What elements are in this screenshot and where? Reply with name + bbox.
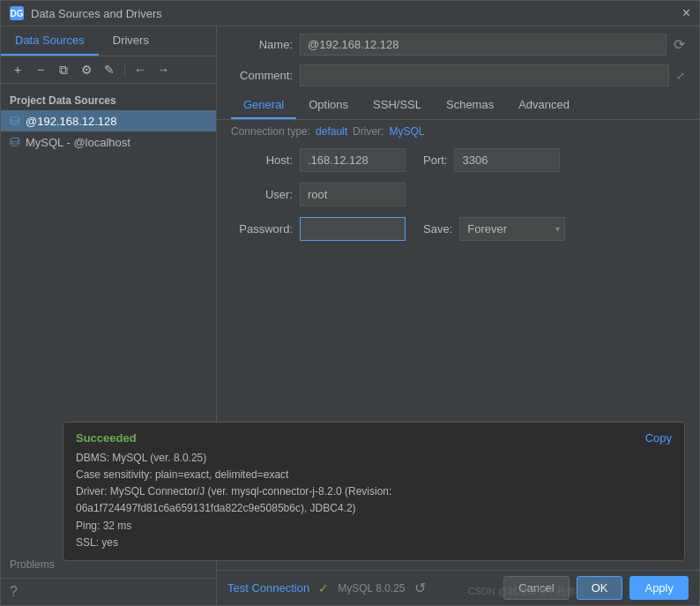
title-bar-left: DG Data Sources and Drivers <box>10 6 162 20</box>
user-label: User: <box>231 188 293 201</box>
tab-data-sources[interactable]: Data Sources <box>1 26 99 56</box>
tree-item-0[interactable]: ⛁ @192.168.12.128 <box>1 110 216 131</box>
tree-item-1[interactable]: ⛁ MySQL - @localhost <box>1 131 216 153</box>
tab-general[interactable]: General <box>231 92 296 119</box>
host-label: Host: <box>231 153 293 167</box>
tab-drivers[interactable]: Drivers <box>99 26 163 56</box>
success-title: Succeeded <box>76 431 137 445</box>
success-line-3: 06a1f724497fd81c6a659131fda822c9e5085b6c… <box>76 500 672 517</box>
right-panel: Name: ⟳ Comment: ⤢ General Options SSH/ <box>217 26 699 605</box>
watermark: CSDN @我准却弹不死你 <box>468 585 576 598</box>
toolbar: + − ⧉ ⚙ ✎ ← → <box>1 56 216 84</box>
tab-ssh-ssl[interactable]: SSH/SSL <box>361 92 434 119</box>
success-header: Succeeded Copy <box>76 431 672 445</box>
success-line-2: Driver: MySQL Connector/J (ver. mysql-co… <box>76 483 672 500</box>
user-input[interactable] <box>300 183 406 206</box>
password-label: Password: <box>231 222 293 236</box>
help-icon[interactable]: ? <box>10 584 18 599</box>
left-bottom: ? <box>1 578 216 605</box>
copy-button[interactable]: Copy <box>645 431 672 445</box>
test-connection-button[interactable]: Test Connection <box>227 581 309 595</box>
section-header: Project Data Sources <box>1 91 216 110</box>
add-button[interactable]: + <box>8 60 27 79</box>
port-input[interactable] <box>454 148 560 172</box>
password-row: Password: Save: Never Until restart Fore… <box>217 212 699 246</box>
database-icon-1: ⛁ <box>10 135 20 149</box>
right-tabs: General Options SSH/SSL Schemas Advanced <box>217 92 699 120</box>
success-body: DBMS: MySQL (ver. 8.0.25) Case sensitivi… <box>76 450 672 551</box>
name-row: Name: ⟳ <box>217 26 699 63</box>
bottom-bar-left: Test Connection ✓ MySQL 8.0.25 ↺ <box>227 580 426 596</box>
success-line-4: Ping: 32 ms <box>76 518 672 535</box>
name-input[interactable] <box>300 34 666 56</box>
expand-icon[interactable]: ⤢ <box>676 70 685 82</box>
host-port-row: Host: Port: <box>217 143 699 177</box>
dialog-title: Data Sources and Drivers <box>31 7 162 20</box>
main-content: Data Sources Drivers + − ⧉ ⚙ <box>1 26 699 605</box>
comment-input[interactable] <box>300 64 669 86</box>
save-label: Save: <box>423 222 452 236</box>
toolbar-separator <box>124 63 125 77</box>
sync-icon: ⟳ <box>674 36 685 53</box>
check-icon: ✓ <box>318 581 329 595</box>
save-select[interactable]: Never Until restart Forever <box>459 217 565 241</box>
forward-button[interactable]: → <box>153 60 173 79</box>
success-line-1: Case sensitivity: plain=exact, delimited… <box>76 467 672 483</box>
success-line-5: SSL: yes <box>76 535 672 551</box>
title-bar: DG Data Sources and Drivers × <box>1 1 699 26</box>
driver-label: Driver: <box>353 125 384 138</box>
driver-value[interactable]: MySQL <box>389 125 424 138</box>
remove-button[interactable]: − <box>31 60 50 79</box>
database-icon: ⛁ <box>10 114 20 128</box>
back-button[interactable]: ← <box>130 60 150 79</box>
success-popup: Succeeded Copy DBMS: MySQL (ver. 8.0.25)… <box>63 422 685 561</box>
comment-row: Comment: ⤢ <box>217 63 699 92</box>
password-input[interactable] <box>300 217 406 241</box>
tab-options[interactable]: Options <box>296 92 361 119</box>
edit-button[interactable]: ✎ <box>100 60 119 79</box>
host-input[interactable] <box>300 148 406 172</box>
tab-schemas[interactable]: Schemas <box>434 92 506 119</box>
ok-button[interactable]: OK <box>577 576 623 600</box>
tab-advanced[interactable]: Advanced <box>506 92 582 119</box>
mysql-version: MySQL 8.0.25 <box>338 582 405 595</box>
port-label: Port: <box>423 153 447 167</box>
copy-button[interactable]: ⧉ <box>54 60 73 79</box>
refresh-icon[interactable]: ↺ <box>414 580 426 596</box>
conn-type-value[interactable]: default <box>316 125 347 138</box>
tree-item-label-0: @192.168.12.128 <box>26 115 117 128</box>
tree-item-label-1: MySQL - @localhost <box>26 136 130 149</box>
save-select-wrapper: Never Until restart Forever ▾ <box>459 217 565 241</box>
left-tabs: Data Sources Drivers <box>1 26 216 56</box>
user-row: User: <box>217 177 699 212</box>
success-line-0: DBMS: MySQL (ver. 8.0.25) <box>76 450 672 467</box>
conn-type-label: Connection type: <box>231 125 310 138</box>
bottom-bar: Test Connection ✓ MySQL 8.0.25 ↺ Cancel … <box>217 570 699 605</box>
name-label: Name: <box>231 38 293 51</box>
settings-button[interactable]: ⚙ <box>77 60 96 79</box>
apply-button[interactable]: Apply <box>629 576 689 600</box>
app-icon: DG <box>10 6 24 20</box>
close-button[interactable]: × <box>682 6 690 20</box>
main-dialog: DG Data Sources and Drivers × Data Sourc… <box>0 0 700 606</box>
comment-label: Comment: <box>231 69 293 82</box>
conn-type-row: Connection type: default Driver: MySQL <box>217 120 699 143</box>
